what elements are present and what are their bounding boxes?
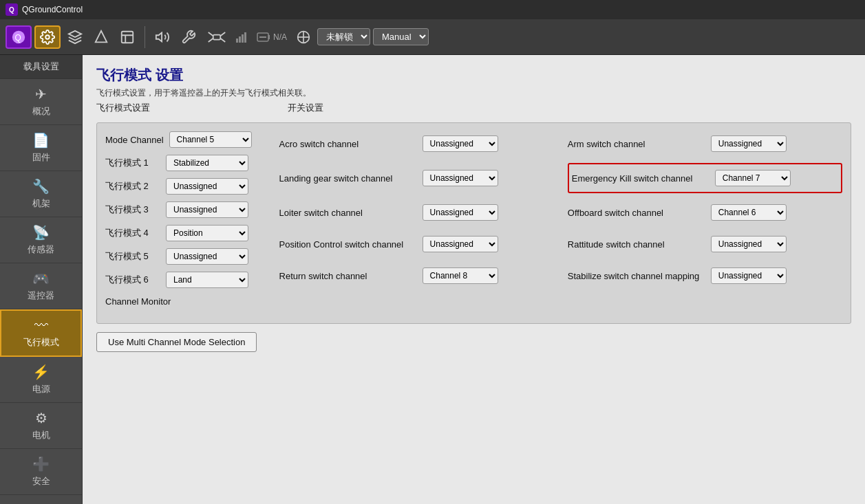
lock-dropdown[interactable]: 未解锁	[317, 28, 370, 45]
flightmode-icon: 〰	[34, 318, 48, 333]
return-switch-row: Return switch channel Channel 8	[279, 263, 554, 288]
sidebar-label-sensors: 传感器	[28, 243, 54, 256]
arm-switch-row: Arm switch channel Unassigned	[568, 131, 842, 156]
flight-mode-6-label: 飞行模式 6	[105, 274, 160, 286]
sidebar-label-remote: 遥控器	[28, 289, 54, 302]
app-title: QGroundControl	[22, 5, 83, 14]
arm-switch-label: Arm switch channel	[568, 139, 705, 149]
rattitude-switch-select[interactable]: Unassigned	[711, 236, 787, 252]
flight-mode-1-label: 飞行模式 1	[105, 157, 160, 169]
flight-mode-2-select[interactable]: Unassigned	[166, 178, 248, 195]
flight-mode-4-label: 飞行模式 4	[105, 227, 160, 239]
vehicle-button[interactable]	[63, 27, 87, 47]
flight-mode-2-label: 飞行模式 2	[105, 180, 160, 193]
sidebar-label-motor: 电机	[32, 429, 50, 441]
svg-line-9	[220, 38, 225, 41]
sidebar-item-power[interactable]: ⚡ 电源	[0, 357, 82, 403]
acro-switch-row: Acro switch channel Unassigned	[279, 131, 554, 156]
titlebar: Q QGroundControl	[0, 0, 865, 19]
acro-switch-label: Acro switch channel	[279, 139, 417, 149]
sidebar-item-overview[interactable]: ✈ 概况	[0, 79, 82, 125]
emergency-kill-row: Emergency Kill switch channel Channel 7	[568, 163, 842, 193]
flight-mode-6-row: 飞行模式 6 Land	[105, 272, 252, 288]
signal-bars	[233, 32, 251, 43]
svg-rect-10	[236, 39, 238, 43]
flight-mode-6-select[interactable]: Land	[166, 272, 248, 288]
sidebar-label-overview: 概况	[32, 105, 50, 118]
offboard-switch-select[interactable]: Channel 6	[711, 204, 787, 221]
drone-button[interactable]	[203, 27, 231, 47]
sidebar-item-motor[interactable]: ⚙ 电机	[0, 403, 82, 449]
sidebar-item-tuning[interactable]: 🎚 调参	[0, 495, 82, 504]
mode-channel-row: Mode Channel Channel 5	[105, 131, 252, 148]
sidebar-label-safety: 安全	[32, 475, 50, 487]
acro-switch-select[interactable]: Unassigned	[423, 135, 498, 152]
settings-button[interactable]	[34, 25, 61, 49]
sidebar-label-airframe: 机架	[32, 197, 50, 210]
position-control-select[interactable]: Unassigned	[423, 236, 498, 252]
flight-mode-5-label: 飞行模式 5	[105, 250, 160, 263]
svg-rect-3	[122, 31, 134, 43]
flight-mode-1-select[interactable]: Stabilized	[166, 155, 248, 171]
home-button[interactable]: Q	[6, 25, 32, 49]
position-control-label: Position Control switch channel	[279, 239, 417, 250]
sensors-icon: 📡	[32, 224, 50, 241]
sidebar-item-flightmode[interactable]: 〰 飞行模式	[0, 309, 82, 357]
rattitude-switch-row: Rattitude switch channel Unassigned	[568, 232, 842, 256]
overview-icon: ✈	[35, 86, 47, 102]
flight-mode-4-select[interactable]: Position	[166, 225, 248, 241]
svg-line-8	[220, 32, 225, 36]
mode-dropdown[interactable]: Manual	[373, 28, 429, 45]
sidebar-item-sensors[interactable]: 📡 传感器	[0, 217, 82, 263]
announce-button[interactable]	[151, 27, 174, 47]
page-title: 飞行模式 设置	[96, 66, 851, 85]
loiter-switch-row: Loiter switch channel Unassigned	[279, 200, 554, 225]
sidebar-item-remote[interactable]: 🎮 遥控器	[0, 263, 82, 309]
flight-mode-4-row: 飞行模式 4 Position	[105, 225, 252, 241]
emergency-kill-select[interactable]: Channel 7	[715, 170, 791, 186]
switch-settings-grid: Acro switch channel Unassigned Arm switc…	[279, 131, 842, 288]
wrench-button[interactable]	[177, 27, 200, 47]
settings-panel: Mode Channel Channel 5 飞行模式 1 Stabilized…	[96, 122, 851, 324]
flight-mode-5-select[interactable]: Unassigned	[166, 248, 248, 265]
flight-mode-3-select[interactable]: Unassigned	[166, 201, 248, 218]
stabilize-mapping-select[interactable]: Unassigned	[711, 267, 787, 284]
arm-switch-select[interactable]: Unassigned	[711, 135, 787, 152]
fly-button[interactable]	[89, 27, 113, 47]
svg-rect-13	[244, 32, 246, 43]
svg-line-6	[209, 32, 213, 36]
toolbar: Q N/A 未解锁 Manual	[0, 19, 865, 55]
flight-mode-1-row: 飞行模式 1 Stabilized	[105, 155, 252, 171]
stabilize-mapping-label: Stabilize switch channel mapping	[568, 271, 705, 281]
landing-gear-label: Landing gear switch channel	[279, 173, 417, 184]
sidebar: 载具设置 ✈ 概况 📄 固件 🔧 机架 📡 传感器 🎮 遥控器 〰 飞行模式 ⚡…	[0, 55, 83, 504]
flight-mode-3-label: 飞行模式 3	[105, 204, 160, 216]
sidebar-label-flightmode: 飞行模式	[23, 336, 59, 349]
sidebar-item-safety[interactable]: ➕ 安全	[0, 449, 82, 495]
safety-icon: ➕	[32, 456, 50, 472]
plan-button[interactable]	[116, 27, 139, 47]
channel-monitor-label: Channel Monitor	[105, 296, 842, 307]
return-switch-select[interactable]: Channel 8	[423, 267, 498, 284]
offboard-switch-label: Offboard switch channel	[568, 208, 705, 218]
flight-mode-2-row: 飞行模式 2 Unassigned	[105, 178, 252, 195]
mode-channel-select[interactable]: Channel 5	[169, 131, 252, 148]
mode-channel-label: Mode Channel	[105, 135, 164, 145]
app-icon: Q	[6, 3, 18, 16]
firmware-icon: 📄	[32, 132, 50, 149]
flight-mode-3-row: 飞行模式 3 Unassigned	[105, 201, 252, 218]
svg-text:Q: Q	[15, 32, 21, 42]
loiter-switch-select[interactable]: Unassigned	[423, 204, 498, 221]
sidebar-header: 载具设置	[0, 55, 82, 79]
sidebar-item-airframe[interactable]: 🔧 机架	[0, 171, 82, 217]
multi-channel-button[interactable]: Use Multi Channel Mode Selection	[96, 332, 257, 352]
sidebar-label-firmware: 固件	[32, 151, 50, 164]
svg-rect-5	[213, 34, 221, 39]
section-header-switch: 开关设置	[288, 102, 323, 114]
return-switch-label: Return switch channel	[279, 271, 417, 281]
landing-gear-select[interactable]: Unassigned	[423, 170, 498, 186]
gps-button[interactable]	[292, 28, 314, 47]
section-headers: 飞行模式设置 开关设置	[96, 102, 851, 114]
svg-rect-15	[268, 35, 270, 39]
sidebar-item-firmware[interactable]: 📄 固件	[0, 125, 82, 171]
